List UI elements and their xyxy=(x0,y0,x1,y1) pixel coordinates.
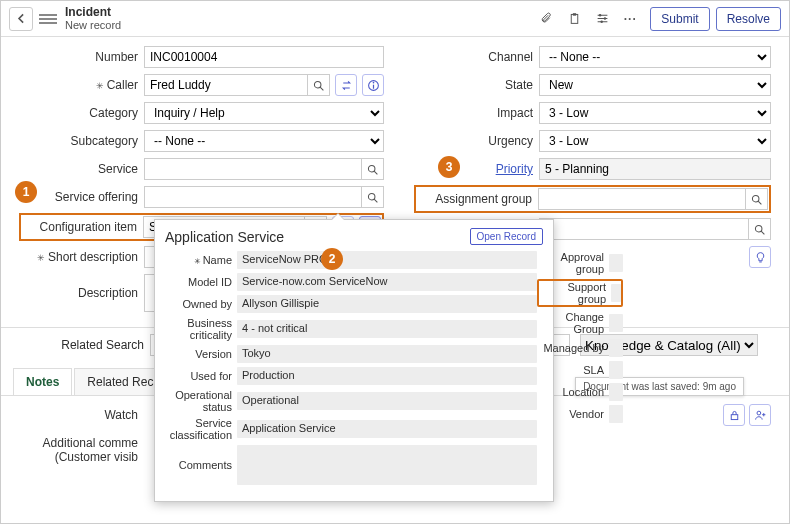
assigned-to-lookup[interactable] xyxy=(749,218,771,240)
lightbulb-icon xyxy=(754,251,767,264)
assignment-group-label: Assignment group xyxy=(417,192,538,206)
submit-button[interactable]: Submit xyxy=(650,7,709,31)
svg-point-3 xyxy=(604,17,606,19)
pop-managed-label: Managed by xyxy=(537,342,609,354)
pop-sc-label: Serviceclassification xyxy=(165,417,237,441)
svg-line-23 xyxy=(758,201,761,204)
svg-rect-1 xyxy=(573,13,576,15)
pop-bc-value: 4 - not critical xyxy=(237,320,537,338)
svg-line-13 xyxy=(374,199,377,202)
svg-rect-27 xyxy=(731,414,738,419)
swap-icon xyxy=(340,79,353,92)
svg-point-10 xyxy=(368,165,375,172)
suggestion-button[interactable] xyxy=(749,246,771,268)
svg-point-22 xyxy=(752,195,759,202)
pop-version-label: Version xyxy=(165,348,237,360)
urgency-label: Urgency xyxy=(414,134,539,148)
svg-point-5 xyxy=(314,81,321,88)
pop-model-value: Service-now.com ServiceNow xyxy=(237,273,537,291)
pop-approval-label: Approval group xyxy=(537,251,609,275)
clipboard-icon[interactable] xyxy=(564,9,584,29)
pop-sla-value xyxy=(609,361,623,379)
priority-link[interactable]: Priority xyxy=(496,162,533,176)
svg-point-12 xyxy=(368,193,375,200)
topbar: Incident New record ··· Submit Resolve xyxy=(1,1,789,37)
attachment-icon[interactable] xyxy=(536,9,556,29)
support-group-row-highlight: Support group xyxy=(537,279,623,307)
svg-line-25 xyxy=(761,231,764,234)
caller-input[interactable] xyxy=(144,74,308,96)
subcategory-select[interactable]: -- None -- xyxy=(144,130,384,152)
assigned-to-input[interactable] xyxy=(539,218,749,240)
impact-select[interactable]: 3 - Low xyxy=(539,102,771,124)
number-input[interactable] xyxy=(144,46,384,68)
search-icon xyxy=(366,163,379,176)
hamburger-icon[interactable] xyxy=(39,14,57,24)
pop-vendor-value xyxy=(609,405,623,423)
svg-point-4 xyxy=(600,21,602,23)
callout-1: 1 xyxy=(15,181,37,203)
pop-model-label: Model ID xyxy=(165,276,237,288)
pop-used-value: Production xyxy=(237,367,537,385)
category-label: Category xyxy=(19,106,144,120)
channel-label: Channel xyxy=(414,50,539,64)
svg-line-6 xyxy=(320,87,323,90)
lock-icon xyxy=(728,409,741,422)
pop-managed-value xyxy=(609,339,623,357)
watch-add-me-button[interactable] xyxy=(749,404,771,426)
state-label: State xyxy=(414,78,539,92)
info-icon xyxy=(367,79,380,92)
pop-location-label: Location xyxy=(537,386,609,398)
pop-comments-value xyxy=(237,445,537,485)
callout-3: 3 xyxy=(438,156,460,178)
channel-select[interactable]: -- None -- xyxy=(539,46,771,68)
ci-popover: Application Service Open Record NameServ… xyxy=(154,219,554,502)
resolve-button[interactable]: Resolve xyxy=(716,7,781,31)
pop-used-label: Used for xyxy=(165,370,237,382)
service-lookup[interactable] xyxy=(362,158,384,180)
tab-notes[interactable]: Notes xyxy=(13,368,72,395)
assignment-group-lookup[interactable] xyxy=(746,188,768,210)
assignment-group-row-highlight: Assignment group xyxy=(414,185,771,213)
pop-name-value: ServiceNow PROD xyxy=(237,251,537,269)
svg-point-2 xyxy=(599,14,601,16)
pop-bc-label: Businesscriticality xyxy=(165,317,237,341)
chevron-left-icon xyxy=(15,12,28,25)
caller-info-button[interactable] xyxy=(362,74,384,96)
service-offering-lookup[interactable] xyxy=(362,186,384,208)
pop-approval-value xyxy=(609,254,623,272)
pop-location-value xyxy=(609,383,623,401)
back-button[interactable] xyxy=(9,7,33,31)
svg-line-11 xyxy=(374,171,377,174)
pop-owned-label: Owned by xyxy=(165,298,237,310)
svg-point-24 xyxy=(755,225,762,232)
number-label: Number xyxy=(19,50,144,64)
pop-support-label: Support group xyxy=(539,281,611,305)
svg-point-28 xyxy=(757,411,761,415)
search-icon xyxy=(753,223,766,236)
open-record-button[interactable]: Open Record xyxy=(470,228,543,245)
search-icon xyxy=(312,79,325,92)
popover-title: Application Service xyxy=(165,229,284,245)
service-offering-input[interactable] xyxy=(144,186,362,208)
pop-owned-value: Allyson Gillispie xyxy=(237,295,537,313)
pop-name-label: Name xyxy=(165,254,237,266)
title-block: Incident New record xyxy=(65,6,121,31)
popover-left-col: NameServiceNow PROD Model IDService-now.… xyxy=(165,251,537,489)
settings-icon[interactable] xyxy=(592,9,612,29)
state-select[interactable]: New xyxy=(539,74,771,96)
pop-support-value xyxy=(611,284,621,302)
urgency-select[interactable]: 3 - Low xyxy=(539,130,771,152)
caller-swap-button[interactable] xyxy=(335,74,357,96)
svg-rect-0 xyxy=(571,14,578,23)
page-subtitle: New record xyxy=(65,19,121,31)
more-icon[interactable]: ··· xyxy=(620,9,640,29)
pop-sc-value: Application Service xyxy=(237,420,537,438)
pop-op-label: Operationalstatus xyxy=(165,389,237,413)
service-input[interactable] xyxy=(144,158,362,180)
caller-lookup[interactable] xyxy=(308,74,330,96)
assignment-group-input[interactable] xyxy=(538,188,746,210)
pop-version-value: Tokyo xyxy=(237,345,537,363)
category-select[interactable]: Inquiry / Help xyxy=(144,102,384,124)
watch-lock-button[interactable] xyxy=(723,404,745,426)
